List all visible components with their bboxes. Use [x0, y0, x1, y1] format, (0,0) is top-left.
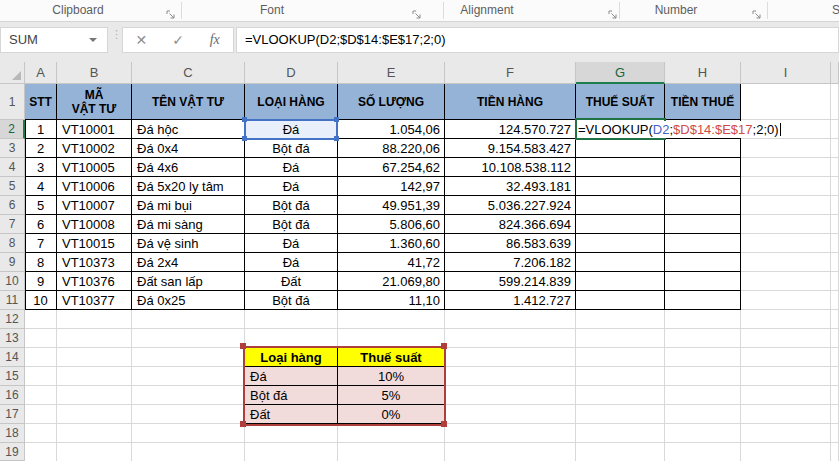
enter-icon[interactable]: ✓: [160, 32, 197, 48]
cell-D7[interactable]: Bột đá: [245, 215, 338, 234]
formula-bar-splitter[interactable]: ⋮: [111, 31, 122, 37]
cell-C8[interactable]: Đá vệ sinh: [132, 234, 245, 253]
row-header-1[interactable]: 1: [0, 84, 25, 120]
cell-G3[interactable]: [576, 139, 665, 158]
cell-G5[interactable]: [576, 177, 665, 196]
active-cell-g2-formula[interactable]: =VLOOKUP(D2;$D$14:$E$17;2;0): [578, 121, 782, 138]
header-cell-E1[interactable]: SỐ LƯỢNG: [338, 84, 445, 120]
cell-F4[interactable]: 10.108.538.112: [445, 158, 576, 177]
cell-B2[interactable]: VT10001: [57, 120, 132, 139]
cell-F8[interactable]: 86.583.639: [445, 234, 576, 253]
cell-B3[interactable]: VT10002: [57, 139, 132, 158]
header-cell-H1[interactable]: TIỀN THUẾ: [665, 84, 741, 120]
cell-D14[interactable]: Loại hàng: [245, 348, 338, 367]
cell-B7[interactable]: VT10008: [57, 215, 132, 234]
header-cell-C1[interactable]: TÊN VẬT TƯ: [132, 84, 245, 120]
cell-A6[interactable]: 5: [25, 196, 57, 215]
name-box[interactable]: SUM: [0, 27, 108, 53]
select-all-corner[interactable]: [0, 62, 25, 84]
cell-G8[interactable]: [576, 234, 665, 253]
column-header-F[interactable]: F: [445, 62, 576, 84]
cell-E3[interactable]: 88.220,06: [338, 139, 445, 158]
column-header-I[interactable]: I: [741, 62, 831, 84]
cell-D2[interactable]: Đá: [245, 120, 338, 139]
row-header-17[interactable]: 17: [0, 405, 25, 424]
column-header-C[interactable]: C: [132, 62, 245, 84]
cell-A11[interactable]: 10: [25, 291, 57, 310]
cell-C7[interactable]: Đá mi sàng: [132, 215, 245, 234]
insert-function-icon[interactable]: fx: [196, 32, 233, 48]
cell-H9[interactable]: [665, 253, 741, 272]
cell-G4[interactable]: [576, 158, 665, 177]
cell-F11[interactable]: 1.412.727: [445, 291, 576, 310]
header-cell-A1[interactable]: STT: [25, 84, 57, 120]
row-header-12[interactable]: 12: [0, 310, 25, 329]
row-header-8[interactable]: 8: [0, 234, 25, 253]
row-header-6[interactable]: 6: [0, 196, 25, 215]
cell-E16[interactable]: 5%: [338, 386, 445, 405]
cell-F3[interactable]: 9.154.583.427: [445, 139, 576, 158]
cell-D4[interactable]: Đá: [245, 158, 338, 177]
cell-G7[interactable]: [576, 215, 665, 234]
cell-B6[interactable]: VT10007: [57, 196, 132, 215]
cell-A8[interactable]: 7: [25, 234, 57, 253]
cell-E5[interactable]: 142,97: [338, 177, 445, 196]
cell-D11[interactable]: Bột đá: [245, 291, 338, 310]
cell-E7[interactable]: 5.806,60: [338, 215, 445, 234]
column-header-H[interactable]: H: [665, 62, 741, 84]
column-header-partial[interactable]: [831, 62, 839, 84]
cell-F9[interactable]: 7.206.182: [445, 253, 576, 272]
cell-F6[interactable]: 5.036.227.924: [445, 196, 576, 215]
cell-H8[interactable]: [665, 234, 741, 253]
cell-C10[interactable]: Đất san lấp: [132, 272, 245, 291]
column-header-G[interactable]: G: [576, 62, 665, 84]
row-header-10[interactable]: 10: [0, 272, 25, 291]
cell-C11[interactable]: Đá 0x25: [132, 291, 245, 310]
cell-E4[interactable]: 67.254,62: [338, 158, 445, 177]
column-header-D[interactable]: D: [245, 62, 338, 84]
cell-H6[interactable]: [665, 196, 741, 215]
cell-D5[interactable]: Đá: [245, 177, 338, 196]
row-header-4[interactable]: 4: [0, 158, 25, 177]
header-cell-B1[interactable]: MÃ VẬT TƯ: [57, 84, 132, 120]
cell-B5[interactable]: VT10006: [57, 177, 132, 196]
cell-E15[interactable]: 10%: [338, 367, 445, 386]
cell-F2[interactable]: 124.570.727: [445, 120, 576, 139]
cell-B9[interactable]: VT10373: [57, 253, 132, 272]
cell-D16[interactable]: Bột đá: [245, 386, 338, 405]
column-header-B[interactable]: B: [57, 62, 132, 84]
cell-H5[interactable]: [665, 177, 741, 196]
cell-H4[interactable]: [665, 158, 741, 177]
cell-B11[interactable]: VT10377: [57, 291, 132, 310]
cell-E10[interactable]: 21.069,80: [338, 272, 445, 291]
cell-G9[interactable]: [576, 253, 665, 272]
cell-E8[interactable]: 1.360,60: [338, 234, 445, 253]
row-header-18[interactable]: 18: [0, 424, 25, 443]
header-cell-F1[interactable]: TIỀN HÀNG: [445, 84, 576, 120]
cell-G11[interactable]: [576, 291, 665, 310]
cell-A5[interactable]: 4: [25, 177, 57, 196]
cell-D9[interactable]: Đá: [245, 253, 338, 272]
cell-B10[interactable]: VT10376: [57, 272, 132, 291]
cell-D3[interactable]: Bột đá: [245, 139, 338, 158]
cell-G6[interactable]: [576, 196, 665, 215]
row-header-11[interactable]: 11: [0, 291, 25, 310]
cell-G10[interactable]: [576, 272, 665, 291]
cell-E14[interactable]: Thuế suất: [338, 348, 445, 367]
cell-F10[interactable]: 599.214.839: [445, 272, 576, 291]
cell-C3[interactable]: Đá 0x4: [132, 139, 245, 158]
cell-A9[interactable]: 8: [25, 253, 57, 272]
cell-E11[interactable]: 11,10: [338, 291, 445, 310]
cell-C6[interactable]: Đá mi bụi: [132, 196, 245, 215]
cell-H7[interactable]: [665, 215, 741, 234]
row-header-13[interactable]: 13: [0, 329, 25, 348]
cell-E9[interactable]: 41,72: [338, 253, 445, 272]
cell-C2[interactable]: Đá hộc: [132, 120, 245, 139]
row-header-14[interactable]: 14: [0, 348, 25, 367]
cell-H3[interactable]: [665, 139, 741, 158]
cell-A7[interactable]: 6: [25, 215, 57, 234]
cell-C4[interactable]: Đá 4x6: [132, 158, 245, 177]
column-header-A[interactable]: A: [25, 62, 57, 84]
cell-D10[interactable]: Đất: [245, 272, 338, 291]
row-header-19[interactable]: 19: [0, 443, 25, 461]
